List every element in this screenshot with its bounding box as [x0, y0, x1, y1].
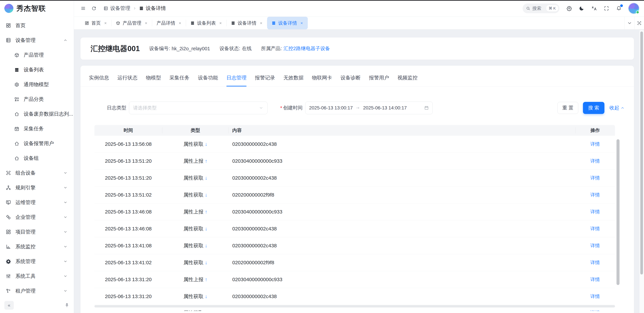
column-header-0: 时间	[94, 125, 162, 136]
sidebar-item-common-thing-model[interactable]: 通用物模型	[0, 77, 74, 92]
detail-link[interactable]: 详情	[590, 209, 600, 215]
detail-tab-8[interactable]: 物联网卡	[312, 74, 332, 86]
tab-device-detail-2[interactable]: 设备详情	[267, 17, 308, 29]
topbar: 设备管理 设备详情 搜索 ⌘ K	[74, 0, 644, 17]
collapse-filter-label: 收起	[610, 105, 619, 111]
detail-link[interactable]: 详情	[590, 293, 600, 300]
page-scrollbar-thumb[interactable]	[640, 31, 643, 275]
detail-link[interactable]: 详情	[590, 259, 600, 266]
device-product-link[interactable]: 汇控2路继电器子设备	[284, 45, 330, 52]
brand[interactable]: 秀杰智联	[0, 0, 74, 17]
language-translate-icon[interactable]	[591, 6, 597, 11]
sidebar-item-home[interactable]: 首页	[0, 18, 74, 33]
tab-product-management[interactable]: 产品管理	[112, 17, 152, 29]
close-icon[interactable]	[144, 21, 148, 25]
detail-link[interactable]: 详情	[590, 276, 600, 283]
sidebar-item-enterprise-management[interactable]: 企业管理	[0, 210, 74, 225]
expand-icon	[637, 21, 642, 26]
detail-tab-0[interactable]: 实例信息	[89, 74, 109, 86]
tree-icon	[6, 185, 11, 190]
close-icon[interactable]	[260, 21, 263, 25]
tabs-dropdown-button[interactable]	[624, 17, 634, 29]
arrow-up-icon: ↑	[205, 277, 208, 282]
tab-label: 产品详情	[156, 20, 175, 26]
detail-link[interactable]: 详情	[590, 226, 600, 232]
breadcrumb-device-management[interactable]: 设备管理	[104, 5, 130, 12]
tab-device-list[interactable]: 设备列表	[186, 17, 226, 29]
hamburger-menu-icon[interactable]	[81, 6, 86, 11]
refresh-icon[interactable]	[92, 6, 96, 11]
created-time-range-picker[interactable]: 2025-06-13 13:00:17 2025-06-13 14:00:17	[305, 101, 433, 114]
table-row: 2025-06-13 13:41:02 属性获取↓ 020200000002f9…	[94, 254, 615, 271]
table-vertical-scrollbar-thumb[interactable]	[616, 139, 620, 285]
sidebar-item-ops-management[interactable]: 运维管理	[0, 195, 74, 210]
detail-tab-3[interactable]: 采集任务	[170, 74, 190, 86]
tab-home[interactable]: 首页	[80, 17, 112, 29]
detail-tab-4[interactable]: 设备功能	[198, 74, 218, 86]
close-icon[interactable]	[104, 21, 107, 25]
detail-tab-5[interactable]: 日志管理	[226, 74, 246, 86]
search-button[interactable]: 搜 索	[583, 102, 604, 114]
sidebar-item-product-category[interactable]: 产品分类	[0, 92, 74, 107]
sidebar-item-rule-engine[interactable]: 规则引擎	[0, 180, 74, 195]
breadcrumb-device-detail[interactable]: 设备详情	[139, 5, 166, 12]
sidebar-item-device-management[interactable]: 设备管理	[0, 33, 74, 47]
topbar-tools: 搜索 ⌘ K	[522, 3, 639, 13]
sidebar-item-composite-device[interactable]: 组合设备	[0, 166, 74, 180]
table-row: 2025-06-13 13:46:08 属性上报↑ 02030400000000…	[94, 203, 615, 220]
detail-link[interactable]: 详情	[590, 310, 600, 311]
close-icon[interactable]	[219, 21, 222, 25]
table-row: 2025-06-13 13:56:08 属性获取↓ 020300000002c4…	[94, 136, 615, 153]
chevron-up-icon	[620, 106, 624, 110]
page-scrollbar[interactable]	[639, 30, 644, 313]
detail-tab-6[interactable]: 报警记录	[255, 74, 275, 86]
arrow-up-icon: ↑	[205, 158, 208, 164]
user-avatar[interactable]	[628, 3, 639, 13]
detail-link[interactable]: 详情	[590, 158, 600, 164]
sidebar-item-project-management[interactable]: 项目管理	[0, 225, 74, 239]
detail-link[interactable]: 详情	[590, 141, 600, 147]
chevron-down-icon	[64, 215, 68, 219]
range-end-value: 2025-06-13 14:00:17	[363, 105, 407, 111]
close-icon[interactable]	[178, 21, 182, 25]
detail-tab-1[interactable]: 运行状态	[118, 74, 138, 86]
sidebar-item-device-discard-data-log[interactable]: 设备废弃数据日志列...	[0, 107, 74, 121]
sidebar-item-system-management[interactable]: 系统管理	[0, 254, 74, 269]
detail-link[interactable]: 详情	[590, 192, 600, 198]
detail-tab-10[interactable]: 报警用户	[369, 74, 389, 86]
arrow-down-icon: ↓	[205, 141, 208, 147]
sidebar-item-device-group[interactable]: 设备组	[0, 151, 74, 166]
detail-link[interactable]: 详情	[590, 243, 600, 249]
reset-button[interactable]: 重 置	[558, 102, 578, 114]
close-icon[interactable]	[300, 21, 304, 25]
tab-product-detail[interactable]: 产品详情	[152, 17, 186, 29]
global-search[interactable]: 搜索 ⌘ K	[522, 3, 560, 13]
tab-device-detail-1[interactable]: 设备详情	[226, 17, 267, 29]
detail-tabs: 实例信息运行状态物模型采集任务设备功能日志管理报警记录无效数据物联网卡设备诊断报…	[80, 66, 634, 86]
sidebar-item-tenant-management[interactable]: 租户管理	[0, 284, 74, 298]
sidebar-item-system-monitor[interactable]: 系统监控	[0, 239, 74, 254]
gear-filled-icon	[6, 259, 11, 264]
fullscreen-icon[interactable]	[604, 6, 609, 11]
settings-gear-icon[interactable]	[566, 6, 572, 11]
log-type-select[interactable]: 请选择类型	[129, 101, 268, 114]
sidebar-item-product-management[interactable]: 产品管理	[0, 47, 74, 62]
detail-tab-2[interactable]: 物模型	[146, 74, 161, 86]
notifications-button[interactable]	[616, 5, 622, 11]
sidebar-collapse-button[interactable]: «	[4, 301, 14, 310]
sidebar-item-device-alarm-user[interactable]: 设备报警用户	[0, 136, 74, 151]
sidebar-item-collect-task[interactable]: 采集任务	[0, 121, 74, 136]
pin-icon[interactable]	[64, 303, 70, 308]
sidebar-item-system-tools[interactable]: 系统工具	[0, 269, 74, 284]
horizontal-scrollbar[interactable]	[94, 305, 615, 308]
detail-tab-11[interactable]: 视频监控	[398, 74, 418, 86]
sidebar-item-device-list[interactable]: 设备列表	[0, 62, 74, 77]
collapse-filter-link[interactable]: 收起	[610, 105, 624, 111]
sidebar-item-label: 规则引擎	[16, 184, 36, 191]
detail-link[interactable]: 详情	[590, 175, 600, 181]
detail-tab-7[interactable]: 无效数据	[284, 74, 304, 86]
content-fullscreen-button[interactable]	[634, 17, 644, 29]
device-status-label: 设备状态:	[219, 45, 240, 52]
detail-tab-9[interactable]: 设备诊断	[340, 74, 360, 86]
dark-mode-moon-icon[interactable]	[579, 6, 584, 11]
